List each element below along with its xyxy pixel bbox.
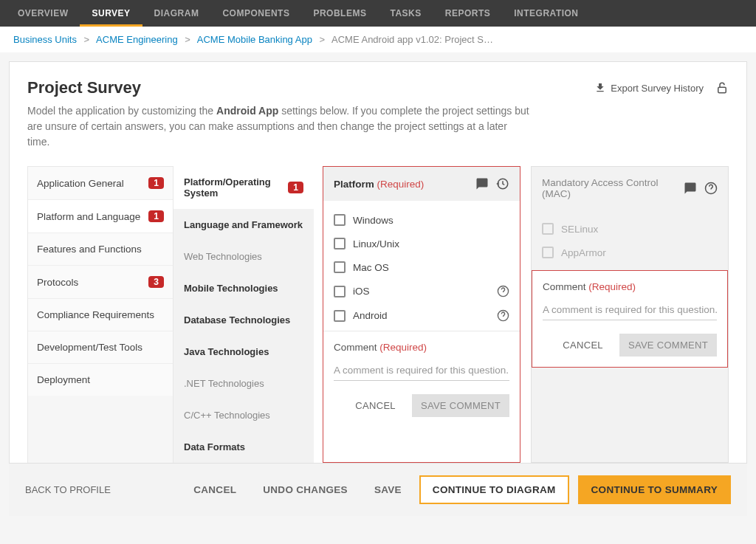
badge: 1	[148, 210, 164, 222]
subtitle-bold: Android App	[216, 105, 278, 117]
tab-components[interactable]: COMPONENTS	[210, 0, 301, 27]
history-icon[interactable]	[496, 177, 509, 190]
checkbox-row[interactable]: iOS	[334, 279, 509, 303]
checkbox-row[interactable]: Windows	[334, 208, 509, 232]
platform-card-title: Platform (Required)	[334, 179, 424, 190]
badge: 1	[148, 177, 164, 189]
sidebar-item-dev-test-tools[interactable]: Development/Test Tools	[28, 331, 173, 364]
checkbox-icon[interactable]	[334, 238, 346, 249]
tab-reports[interactable]: REPORTS	[433, 0, 503, 27]
export-label: Export Survey History	[611, 83, 704, 94]
subnav-database-technologies[interactable]: Database Technologies	[173, 304, 314, 336]
tab-survey[interactable]: SURVEY	[80, 0, 142, 27]
checkbox-row[interactable]: Android	[334, 303, 509, 328]
sidebar-item-features-functions[interactable]: Features and Functions	[28, 233, 173, 266]
subnav-java-technologies[interactable]: Java Technologies	[173, 336, 314, 368]
checkbox-row[interactable]: Linux/Unix	[334, 232, 509, 255]
sidebar-item-label: Development/Test Tools	[37, 342, 142, 353]
sidebar-item-label: Application General	[37, 178, 124, 189]
subnav-language-framework[interactable]: Language and Framework	[173, 209, 314, 241]
breadcrumb-current: ACME Android app v1.02: Project S…	[331, 34, 493, 45]
sidebar-item-protocols[interactable]: Protocols 3	[28, 266, 173, 299]
checkbox-label: Android	[353, 310, 388, 321]
page-subtitle: Model the application by customizing the…	[27, 103, 529, 150]
continue-to-summary-button[interactable]: CONTINUE TO SUMMARY	[578, 475, 731, 504]
subnav-mobile-technologies[interactable]: Mobile Technologies	[173, 272, 314, 304]
sidebar-item-compliance[interactable]: Compliance Requirements	[28, 299, 173, 331]
lock-icon[interactable]	[715, 81, 729, 94]
required-label: (Required)	[379, 342, 427, 353]
subnav-web-technologies[interactable]: Web Technologies	[173, 241, 314, 272]
help-icon[interactable]	[704, 182, 718, 195]
checkbox-icon	[542, 223, 554, 235]
footer-bar: BACK TO PROFILE CANCEL UNDO CHANGES SAVE…	[9, 464, 747, 516]
tab-problems[interactable]: PROBLEMS	[301, 0, 378, 27]
checkbox-icon[interactable]	[334, 261, 346, 273]
sidebar-item-application-general[interactable]: Application General 1	[28, 167, 173, 200]
back-to-profile-button[interactable]: BACK TO PROFILE	[25, 484, 111, 495]
help-icon[interactable]	[497, 309, 509, 322]
save-button[interactable]: SAVE	[365, 477, 410, 503]
breadcrumb-separator: >	[320, 34, 326, 45]
comment-icon[interactable]	[475, 177, 489, 190]
comment-label: Comment (Required)	[543, 281, 717, 292]
card-title-text: Platform	[334, 179, 374, 190]
subnav-platform-os[interactable]: Platform/Operating System 1	[173, 166, 314, 209]
breadcrumb-separator: >	[84, 34, 90, 45]
badge: 3	[148, 276, 164, 288]
subnav-c-cpp-technologies[interactable]: C/C++ Technologies	[173, 399, 314, 431]
comment-icon[interactable]	[684, 182, 697, 195]
sidebar-item-platform-language[interactable]: Platform and Language 1	[28, 200, 173, 233]
required-label: (Required)	[377, 179, 425, 190]
mac-card-title: Mandatory Access Control (MAC)	[542, 177, 684, 199]
checkbox-icon[interactable]	[334, 286, 346, 297]
breadcrumb-separator: >	[185, 34, 190, 45]
checkbox-icon[interactable]	[334, 214, 346, 226]
top-tabs: OVERVIEW SURVEY DIAGRAM COMPONENTS PROBL…	[0, 0, 756, 27]
cancel-comment-button[interactable]: CANCEL	[555, 334, 611, 357]
comment-input[interactable]	[543, 301, 717, 320]
undo-changes-button[interactable]: UNDO CHANGES	[254, 477, 357, 503]
continue-to-diagram-button[interactable]: CONTINUE TO DIAGRAM	[419, 475, 569, 504]
tab-diagram[interactable]: DIAGRAM	[142, 0, 211, 27]
comment-input[interactable]	[334, 362, 509, 381]
checkbox-icon	[542, 247, 554, 258]
svg-rect-0	[718, 87, 726, 93]
checkbox-label: SELinux	[561, 224, 598, 235]
sidebar-item-label: Compliance Requirements	[37, 309, 154, 320]
cancel-comment-button[interactable]: CANCEL	[348, 394, 403, 417]
breadcrumb-link[interactable]: Business Units	[13, 34, 77, 45]
checkbox-icon[interactable]	[334, 310, 346, 322]
sidebar-item-deployment[interactable]: Deployment	[28, 364, 173, 396]
checkbox-label: Linux/Unix	[353, 238, 399, 249]
required-label: (Required)	[588, 281, 636, 292]
download-icon	[594, 82, 606, 94]
breadcrumb-link[interactable]: ACME Engineering	[96, 34, 178, 45]
checkbox-row[interactable]: Mac OS	[334, 255, 509, 279]
help-icon[interactable]	[497, 285, 509, 297]
sidebar-item-label: Deployment	[37, 374, 90, 385]
subnav-dotnet-technologies[interactable]: .NET Technologies	[173, 368, 314, 399]
save-comment-button[interactable]: SAVE COMMENT	[412, 394, 509, 417]
sidebar-item-label: Features and Functions	[37, 244, 142, 255]
page-header: Project Survey Model the application by …	[27, 78, 729, 150]
checkbox-label: Windows	[353, 215, 394, 226]
subtitle-text: Model the application by customizing the	[27, 105, 216, 117]
comment-label-text: Comment	[334, 342, 377, 353]
breadcrumb-link[interactable]: ACME Mobile Banking App	[197, 34, 312, 45]
comment-label: Comment (Required)	[334, 342, 509, 353]
tab-overview[interactable]: OVERVIEW	[6, 0, 80, 27]
tab-integration[interactable]: INTEGRATION	[502, 0, 590, 27]
subnav-item-label: Platform/Operating System	[184, 176, 288, 199]
checkbox-label: AppArmor	[561, 247, 606, 258]
export-survey-history[interactable]: Export Survey History	[594, 82, 704, 94]
survey-category-nav: Application General 1 Platform and Langu…	[27, 166, 173, 463]
subnav-data-formats[interactable]: Data Formats	[173, 431, 314, 463]
breadcrumb: Business Units > ACME Engineering > ACME…	[0, 27, 756, 52]
checkbox-label: Mac OS	[353, 262, 389, 273]
badge: 1	[288, 182, 303, 193]
save-comment-button[interactable]: SAVE COMMENT	[619, 334, 717, 357]
tab-tasks[interactable]: TASKS	[378, 0, 433, 27]
sidebar-item-label: Protocols	[37, 277, 78, 288]
cancel-button[interactable]: CANCEL	[185, 477, 245, 503]
